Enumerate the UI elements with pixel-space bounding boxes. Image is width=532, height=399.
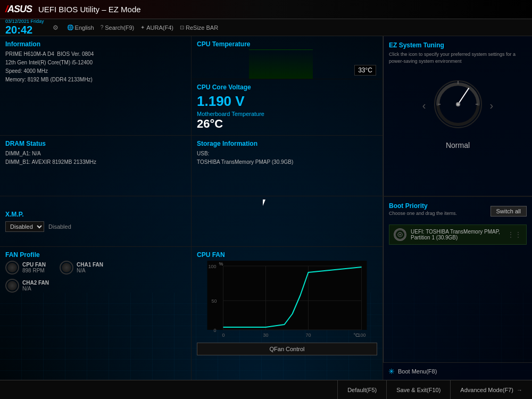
cpu-fan-graph-title: CPU FAN (197, 251, 377, 259)
svg-point-10 (400, 234, 401, 235)
svg-text:%: % (219, 261, 223, 267)
boot-header: Boot Priority Choose one and drag the it… (389, 202, 527, 220)
language-selector[interactable]: 🌐 English (67, 24, 94, 31)
header-title: UEFI BIOS Utility – EZ Mode (38, 5, 527, 14)
default-button[interactable]: Default(F5) (337, 380, 386, 399)
boot-description: Choose one and drag the items. (389, 211, 457, 216)
info-model: PRIME H610M-A D4 BIOS Ver. 0804 (5, 50, 186, 59)
middle-spacer (192, 196, 383, 247)
next-mode-button[interactable]: › (490, 99, 494, 112)
boot-menu-button[interactable]: ✳ Boot Menu(F8) (388, 367, 527, 376)
dimm-b1: DIMM_B1: AVEXIR 8192MB 2133MHz (5, 158, 186, 167)
qfan-control-button[interactable]: QFan Control (197, 343, 377, 355)
xmp-title: X.M.P. (5, 211, 186, 218)
boot-info: Boot Priority Choose one and drag the it… (389, 202, 457, 220)
fan-profile-section: FAN Profile CPU FAN 898 RPM CHA2 FAN N/A (0, 247, 192, 380)
svg-text:0: 0 (214, 328, 217, 333)
datetime: 03/12/2021 Friday 20:42 (5, 19, 44, 36)
cpu-fan-item: CPU FAN 898 RPM (5, 261, 49, 275)
info-title: Information (5, 40, 186, 48)
usb-label: USB: (197, 149, 377, 158)
info-speed: Speed: 4000 MHz (5, 67, 186, 76)
time-display: 20:42 (5, 24, 44, 36)
cpu-fan-spinner (5, 261, 19, 275)
boot-title: Boot Priority (389, 202, 457, 210)
cpu-fan-rpm: 898 RPM (22, 268, 46, 273)
temp-bar (249, 49, 313, 79)
cpu-temp-title: CPU Temperature (197, 40, 377, 48)
cpu-metrics-section: CPU Temperature 33°C CPU Core Voltage 1.… (192, 36, 383, 136)
nav-bar: 🌐 English ? Search(F9) ✦ AURA(F4) ⊡ ReSi… (67, 24, 219, 31)
dimm-a1: DIMM_A1: N/A (5, 149, 186, 158)
boot-menu-section: ✳ Boot Menu(F8) (383, 362, 532, 380)
advanced-mode-button[interactable]: Advanced Mode(F7) → (450, 380, 532, 399)
svg-text:30: 30 (263, 332, 269, 338)
header: /ASUS UEFI BIOS Utility – EZ Mode (0, 0, 532, 19)
cpu-temp-section: CPU Temperature 33°C (192, 36, 383, 79)
gauge-container: ‹ (422, 78, 493, 133)
fan-graph-svg: 100 50 0 0 30 70 100 % °C (197, 261, 377, 338)
date-display: 03/12/2021 Friday (5, 19, 44, 24)
dram-title: DRAM Status (5, 140, 186, 147)
cha1-fan-item: CHA1 FAN N/A (60, 261, 103, 275)
dram-section: DRAM Status DIMM_A1: N/A DIMM_B1: AVEXIR… (0, 136, 192, 196)
ez-description: Click the icon to specify your preferred… (389, 51, 527, 64)
globe-icon: 🌐 (67, 24, 73, 30)
arrow-right-icon: → (517, 387, 522, 393)
cpu-voltage-title: CPU Core Voltage (197, 84, 377, 91)
fan-profile-title: FAN Profile (5, 251, 186, 259)
xmp-dropdown[interactable]: Disabled Profile 1 Profile 2 (5, 221, 44, 232)
cha2-fan-rpm: N/A (22, 286, 49, 292)
aura-button[interactable]: ✦ AURA(F4) (140, 24, 173, 31)
storage-section: Storage Information USB: TOSHIBA TransMe… (192, 136, 383, 196)
svg-text:100: 100 (358, 332, 366, 338)
search-icon: ? (101, 24, 104, 30)
switch-all-button[interactable]: Switch all (491, 206, 527, 217)
cha2-fan-spinner (5, 279, 19, 293)
mb-temp-title: Motherboard Temperature (197, 111, 377, 117)
gauge-display[interactable] (431, 78, 485, 133)
boot-item[interactable]: UEFI: TOSHIBA TransMemory PMAP, Partitio… (389, 225, 527, 245)
gauge-svg (431, 78, 485, 131)
usb-device: TOSHIBA TransMemory PMAP (30.9GB) (197, 158, 377, 167)
svg-text:°C: °C (354, 332, 360, 338)
prev-mode-button[interactable]: ‹ (422, 99, 426, 112)
mb-temp-value: 26°C (197, 117, 377, 131)
cha2-fan-item: CHA2 FAN N/A (5, 279, 49, 293)
disk-icon (394, 228, 406, 241)
cha1-fan-spinner (60, 261, 73, 275)
cpu-fan-name: CPU FAN (22, 262, 46, 268)
cpu-voltage-section: CPU Core Voltage 1.190 V Motherboard Tem… (192, 79, 383, 135)
info-cpu: 12th Gen Intel(R) Core(TM) i5-12400 (5, 59, 186, 67)
information-section: Information PRIME H610M-A D4 BIOS Ver. 0… (0, 36, 192, 136)
svg-text:70: 70 (306, 332, 311, 338)
svg-point-7 (457, 103, 459, 105)
cpu-fan-graph-section: CPU FAN 100 50 0 (192, 247, 383, 380)
svg-text:50: 50 (212, 298, 217, 304)
search-button[interactable]: ? Search(F9) (101, 24, 135, 31)
resize-icon: ⊡ (180, 24, 184, 30)
ez-title: EZ System Tuning (389, 41, 444, 49)
svg-text:100: 100 (209, 264, 217, 269)
xmp-status: Disabled (48, 223, 71, 230)
boot-menu-label: Boot Menu(F8) (398, 368, 437, 375)
cha1-fan-rpm: N/A (77, 268, 103, 273)
cpu-voltage-value: 1.190 V (197, 93, 377, 110)
cha1-fan-name: CHA1 FAN (77, 262, 103, 268)
resize-bar-button[interactable]: ⊡ ReSize BAR (180, 24, 218, 31)
drag-handle-icon: ⋮⋮ (507, 230, 522, 239)
settings-icon[interactable]: ⚙ (53, 24, 59, 31)
info-memory: Memory: 8192 MB (DDR4 2133MHz) (5, 76, 186, 84)
aura-icon: ✦ (140, 24, 145, 30)
svg-line-5 (458, 88, 469, 104)
storage-title: Storage Information (197, 140, 377, 147)
svg-text:0: 0 (222, 332, 225, 338)
subheader: 03/12/2021 Friday 20:42 ⚙ 🌐 English ? Se… (0, 19, 532, 36)
footer: Default(F5) Save & Exit(F10) Advanced Mo… (0, 380, 532, 399)
svg-rect-11 (207, 261, 367, 330)
asus-logo: /ASUS (5, 4, 32, 15)
asterisk-icon: ✳ (388, 367, 395, 376)
fan-graph-area: 100 50 0 0 30 70 100 % °C (197, 261, 377, 340)
save-exit-button[interactable]: Save & Exit(F10) (386, 380, 450, 399)
boot-priority-section: Boot Priority Choose one and drag the it… (383, 196, 532, 380)
